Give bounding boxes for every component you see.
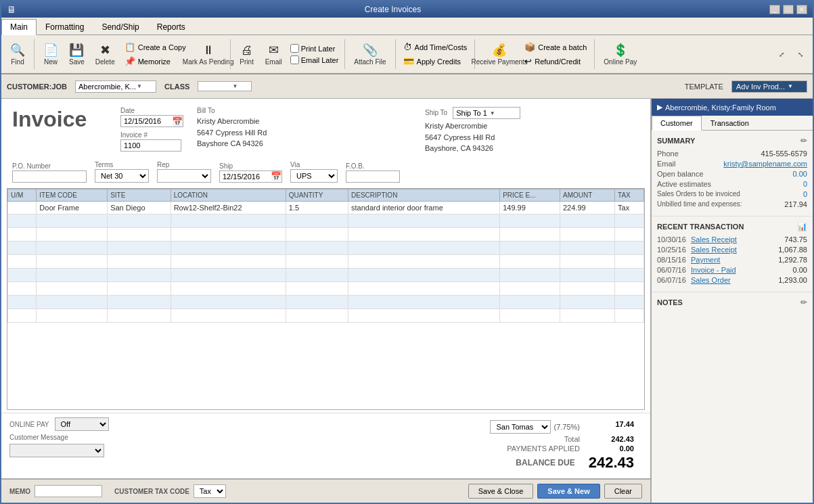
open-balance-value: 0.00: [793, 170, 807, 178]
via-label: Via: [290, 161, 338, 168]
save-new-button[interactable]: Save & New: [537, 484, 600, 499]
memorize-label: Memorize: [138, 58, 171, 66]
table-row-empty[interactable]: [8, 295, 644, 308]
add-time-costs-button[interactable]: ⏱ Add Time/Costs: [400, 41, 471, 53]
tab-main[interactable]: Main: [1, 19, 37, 35]
recent-transaction-sheet-icon[interactable]: 📊: [797, 222, 807, 231]
memorize-icon: 📌: [125, 56, 135, 66]
table-row-empty[interactable]: [8, 241, 644, 254]
apply-credits-button[interactable]: 💳 Apply Credits: [400, 55, 471, 68]
tab-formatting[interactable]: Formatting: [37, 19, 93, 35]
batch-icon: 📦: [524, 42, 535, 52]
email-value[interactable]: kristy@samplename.com: [723, 160, 807, 168]
add-time-costs-label: Add Time/Costs: [415, 43, 468, 51]
active-estimates-value: 0: [803, 180, 807, 188]
tax-location-select[interactable]: San Tomas: [490, 420, 551, 434]
recent-transactions-section: RECENT TRANSACTION 📊 10/30/16 Sales Rece…: [652, 216, 813, 292]
date-input[interactable]: [121, 116, 172, 127]
email-button[interactable]: ✉ Email: [261, 41, 287, 68]
email-later-checkbox[interactable]: [290, 55, 299, 64]
template-dropdown[interactable]: Adv Inv Prod... ▼: [731, 81, 807, 93]
receive-payments-label: Receive Payments: [472, 58, 528, 66]
online-pay-button[interactable]: 💲 Online Pay: [599, 41, 641, 68]
collapse-button[interactable]: ⤡: [792, 49, 809, 60]
table-row-empty[interactable]: [8, 268, 644, 281]
memo-input[interactable]: [35, 485, 102, 497]
sales-orders-label: Sales Orders to be invoiced: [657, 190, 740, 198]
online-pay-icon: 💲: [613, 43, 628, 58]
notes-edit-icon[interactable]: ✏: [800, 298, 807, 307]
summary-edit-icon[interactable]: ✏: [800, 136, 807, 145]
invoice-num-input[interactable]: [120, 139, 181, 152]
app-window: 🖥 Create Invoices _ □ ✕ Main Formatting …: [0, 0, 814, 504]
transaction-type[interactable]: Sales Receipt: [691, 246, 778, 254]
maximize-button[interactable]: □: [783, 5, 794, 14]
recent-transaction-item: 06/07/16 Sales Order 1,293.00: [657, 276, 807, 284]
create-copy-button[interactable]: 📋 Create a Copy: [121, 41, 189, 53]
table-row-empty[interactable]: [8, 214, 644, 227]
collapse-icon: ⤡: [798, 51, 803, 58]
total-line: Total 242.43: [490, 435, 634, 443]
create-batch-button[interactable]: 📦 Create a batch: [521, 41, 590, 53]
mark-pending-button[interactable]: ⏸ Mark As Pending: [191, 41, 226, 68]
ship-to-dropdown[interactable]: Ship To 1 ▼: [453, 107, 520, 119]
customer-job-label: CUSTOMER:JOB: [7, 83, 67, 91]
transaction-type[interactable]: Sales Receipt: [691, 235, 784, 244]
window-icon: 🖥: [7, 4, 16, 15]
table-row[interactable]: Door FrameSan DiegoRow12-Shelf2-Bin221.5…: [8, 201, 644, 214]
print-label: Print: [240, 58, 254, 66]
table-row-empty[interactable]: [8, 254, 644, 268]
transaction-type[interactable]: Payment: [691, 256, 778, 264]
ship-date-input[interactable]: [220, 171, 271, 182]
minimize-button[interactable]: _: [769, 5, 780, 14]
close-button[interactable]: ✕: [796, 5, 807, 14]
recent-transactions-list: 10/30/16 Sales Receipt 743.75 10/25/16 S…: [657, 235, 807, 284]
print-later-checkbox[interactable]: [290, 44, 299, 53]
recent-transactions-header: RECENT TRANSACTION 📊: [657, 222, 807, 231]
ship-date-calendar-icon[interactable]: 📅: [271, 171, 281, 181]
tax-code-select[interactable]: Tax: [194, 484, 226, 498]
attach-file-button[interactable]: 📎 Attach File: [349, 41, 390, 68]
save-close-button[interactable]: Save & Close: [468, 484, 534, 499]
panel-tab-transaction[interactable]: Transaction: [702, 116, 758, 130]
save-button[interactable]: 💾 Save: [64, 41, 89, 68]
bill-to-section: Bill To Kristy Abercrombie 5647 Cypress …: [197, 107, 411, 150]
new-button[interactable]: 📄 New: [39, 41, 63, 68]
table-row-empty[interactable]: [8, 281, 644, 295]
save-label: Save: [69, 58, 85, 66]
online-pay-row: ONLINE PAY Off: [9, 417, 482, 431]
refund-credit-button[interactable]: ↩ Refund/Credit: [521, 55, 590, 68]
email-later-button[interactable]: Email Later: [288, 55, 341, 65]
delete-button[interactable]: ✖ Delete: [91, 41, 120, 68]
table-row-empty[interactable]: [8, 308, 644, 322]
date-calendar-icon[interactable]: 📅: [172, 116, 183, 127]
customer-message-select[interactable]: [9, 444, 104, 457]
print-later-button[interactable]: Print Later: [288, 43, 341, 53]
fob-input[interactable]: [346, 170, 400, 183]
via-select[interactable]: UPS: [290, 169, 338, 183]
expand-button[interactable]: ⤢: [773, 49, 790, 60]
class-dropdown[interactable]: ▼: [198, 81, 252, 91]
clear-button[interactable]: Clear: [604, 484, 642, 499]
customer-job-dropdown[interactable]: Abercrombie, K... ▼: [75, 81, 156, 93]
col-quantity: QUANTITY: [286, 189, 348, 201]
fob-group: F.O.B.: [346, 162, 400, 183]
terms-select[interactable]: Net 30: [95, 169, 149, 183]
tab-reports[interactable]: Reports: [148, 19, 194, 35]
po-number-input[interactable]: [12, 170, 87, 183]
rep-select[interactable]: [157, 169, 211, 183]
print-button[interactable]: 🖨 Print: [235, 41, 259, 68]
memorize-button[interactable]: 📌 Memorize: [121, 55, 189, 68]
online-pay-select[interactable]: Off: [55, 417, 109, 431]
find-button[interactable]: 🔍 Find: [5, 41, 30, 68]
online-pay-label: Online Pay: [604, 58, 637, 66]
transaction-type[interactable]: Invoice - Paid: [691, 266, 793, 274]
receive-payments-button[interactable]: 💰 Receive Payments: [479, 41, 520, 68]
table-row-empty[interactable]: [8, 227, 644, 241]
menu-tabs: Main Formatting Send/Ship Reports: [1, 18, 813, 35]
tab-send-ship[interactable]: Send/Ship: [93, 19, 148, 35]
transaction-type[interactable]: Sales Order: [691, 276, 778, 284]
panel-expand-icon: ▶: [657, 103, 662, 112]
panel-tab-customer[interactable]: Customer: [652, 116, 702, 131]
ship-date-wrapper: 📅: [219, 170, 282, 183]
